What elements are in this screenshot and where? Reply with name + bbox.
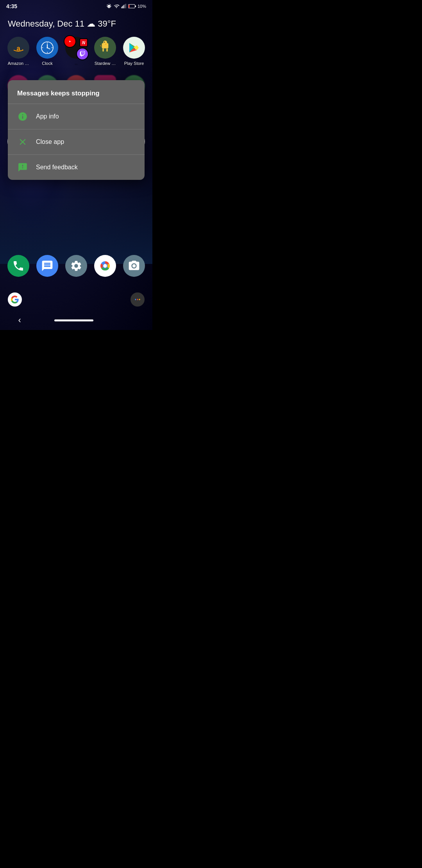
dialog-overlay[interactable]: Messages keeps stopping App info Close a… bbox=[0, 0, 152, 330]
feedback-icon bbox=[17, 162, 28, 173]
dialog-send-feedback[interactable]: Send feedback bbox=[8, 155, 145, 180]
info-icon bbox=[17, 111, 28, 122]
dialog-app-info[interactable]: App info bbox=[8, 104, 145, 129]
dialog-title: Messages keeps stopping bbox=[8, 80, 145, 104]
app-info-label: App info bbox=[36, 113, 59, 120]
feedback-label: Send feedback bbox=[36, 164, 78, 171]
back-button[interactable]: ‹ bbox=[15, 312, 24, 328]
close-x-icon bbox=[17, 136, 28, 147]
error-dialog: Messages keeps stopping App info Close a… bbox=[8, 80, 145, 180]
close-app-label: Close app bbox=[36, 138, 64, 145]
nav-bar: ‹ ⬜ bbox=[0, 310, 152, 330]
home-button[interactable] bbox=[54, 319, 93, 321]
dialog-close-app[interactable]: Close app bbox=[8, 129, 145, 154]
